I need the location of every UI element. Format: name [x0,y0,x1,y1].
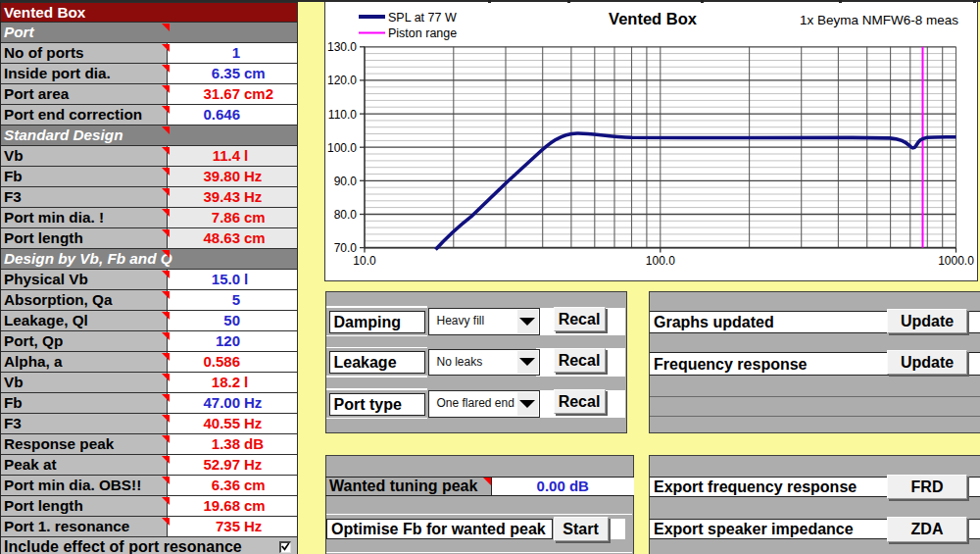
svg-text:90.0: 90.0 [334,175,358,188]
svg-text:120.0: 120.0 [327,74,357,87]
svg-text:80.0: 80.0 [334,208,358,222]
svg-text:1x Beyma NMFW6-8 meas: 1x Beyma NMFW6-8 meas [800,13,958,27]
svg-text:Piston range: Piston range [388,26,457,40]
svg-text:Vented Box: Vented Box [609,10,698,27]
svg-text:SPL at 77 W: SPL at 77 W [388,11,457,25]
svg-text:10.0: 10.0 [353,254,376,268]
svg-text:100.0: 100.0 [327,141,357,155]
svg-text:110.0: 110.0 [328,108,357,122]
svg-text:1000.0: 1000.0 [938,254,974,268]
svg-text:130.0: 130.0 [327,40,357,54]
svg-text:100.0: 100.0 [646,254,675,268]
